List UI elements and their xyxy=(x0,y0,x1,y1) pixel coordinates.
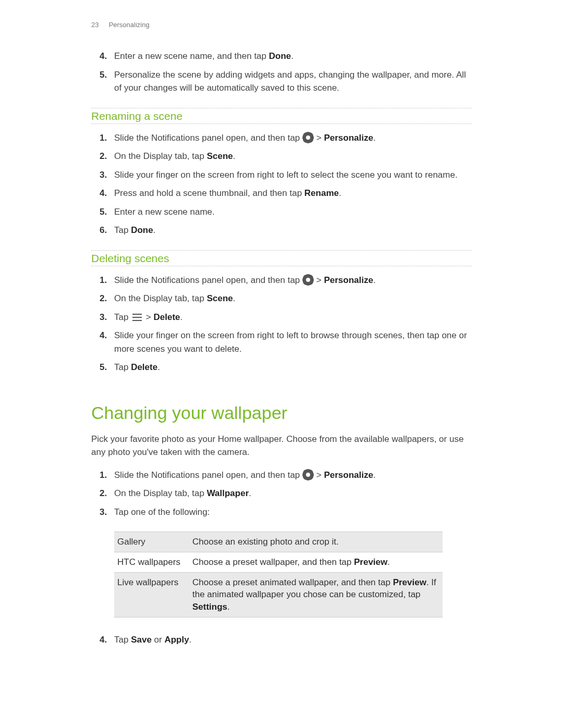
section-title: Personalizing xyxy=(109,21,150,29)
subheading-renaming: Renaming a scene xyxy=(91,108,472,124)
list-item: 2. On the Display tab, tap Wallpaper. xyxy=(91,487,472,500)
option-desc: Choose an existing photo and crop it. xyxy=(189,532,443,552)
scene-steps-continued: 4. Enter a new scene name, and then tap … xyxy=(91,50,472,95)
list-item: 1. Slide the Notifications panel open, a… xyxy=(91,131,472,145)
list-item: 4. Press and hold a scene thumbnail, and… xyxy=(91,187,472,200)
table-row: HTC wallpapers Choose a preset wallpaper… xyxy=(114,552,443,572)
list-item: 5. Personalize the scene by adding widge… xyxy=(91,68,472,95)
page-header: 23 Personalizing xyxy=(91,21,472,29)
rename-steps: 1. Slide the Notifications panel open, a… xyxy=(91,131,472,237)
option-name: Live wallpapers xyxy=(114,572,189,617)
table-row: Gallery Choose an existing photo and cro… xyxy=(114,532,443,552)
list-item: 4. Tap Save or Apply. xyxy=(91,633,472,647)
gear-icon xyxy=(303,470,313,479)
gear-icon xyxy=(303,275,313,285)
list-item: 4. Enter a new scene name, and then tap … xyxy=(91,50,472,63)
list-item: 5. Enter a new scene name. xyxy=(91,205,472,219)
list-item: 2. On the Display tab, tap Scene. xyxy=(91,150,472,163)
list-item: 1. Slide the Notifications panel open, a… xyxy=(91,274,472,287)
page-number: 23 xyxy=(91,21,107,29)
menu-icon xyxy=(132,314,142,321)
wallpaper-steps: 1. Slide the Notifications panel open, a… xyxy=(91,468,472,519)
option-desc: Choose a preset animated wallpaper, and … xyxy=(189,572,443,617)
list-item: 3. Slide your finger on the screen from … xyxy=(91,168,472,182)
option-name: Gallery xyxy=(114,532,189,552)
wallpaper-options-table: Gallery Choose an existing photo and cro… xyxy=(114,532,443,618)
list-item: 2. On the Display tab, tap Scene. xyxy=(91,292,472,305)
list-item: 3. Tap > Delete. xyxy=(91,311,472,324)
wallpaper-steps-cont: 4. Tap Save or Apply. xyxy=(91,633,472,647)
list-item: 5. Tap Delete. xyxy=(91,361,472,374)
subheading-deleting: Deleting scenes xyxy=(91,250,472,266)
delete-steps: 1. Slide the Notifications panel open, a… xyxy=(91,274,472,374)
wallpaper-intro: Pick your favorite photo as your Home wa… xyxy=(91,433,472,459)
heading-wallpaper: Changing your wallpaper xyxy=(91,403,472,423)
option-name: HTC wallpapers xyxy=(114,552,189,572)
document-page: 23 Personalizing 4. Enter a new scene na… xyxy=(0,0,563,728)
list-item: 6. Tap Done. xyxy=(91,224,472,237)
gear-icon xyxy=(303,133,313,142)
list-item: 3. Tap one of the following: xyxy=(91,505,472,519)
option-desc: Choose a preset wallpaper, and then tap … xyxy=(189,552,443,572)
list-item: 4. Slide your finger on the screen from … xyxy=(91,329,472,355)
table-row: Live wallpapers Choose a preset animated… xyxy=(114,572,443,617)
list-item: 1. Slide the Notifications panel open, a… xyxy=(91,468,472,482)
